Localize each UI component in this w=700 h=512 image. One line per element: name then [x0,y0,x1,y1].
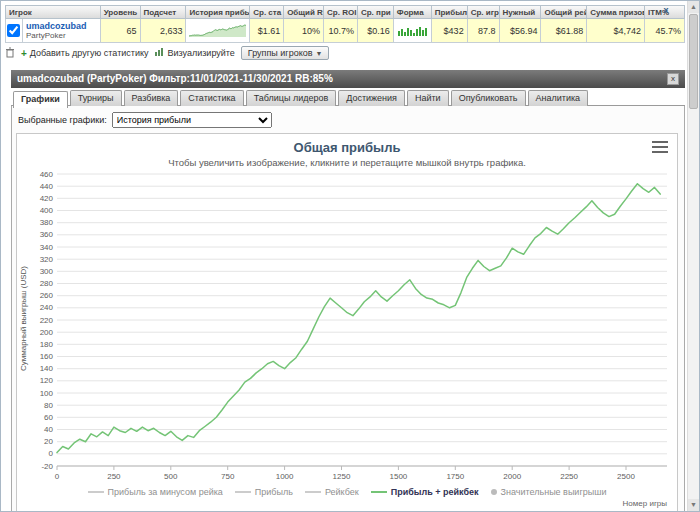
graph-select[interactable]: История прибыли [112,112,272,128]
svg-text:250: 250 [107,472,121,481]
legend-label: Значительные выигрыши [501,487,607,497]
tab-leaderboards[interactable]: Таблицы лидеров [246,90,337,106]
tab-find[interactable]: Найти [407,90,449,106]
panel-title: umadcozubad (PartyPoker) Фильтр:11/01/20… [17,70,333,88]
svg-text:0: 0 [49,449,54,458]
column-header-avg-games[interactable]: Ср. игр [468,5,500,19]
tab-publish[interactable]: Опубликовать [451,90,526,106]
legend-significant-wins[interactable]: Значительные выигрыши [491,487,607,497]
column-header-level[interactable]: Уровень [101,5,141,19]
svg-text:160: 160 [40,352,54,361]
avg-profit-value: $0.16 [358,19,394,43]
stats-header-row: Игрок Уровень Подсчет История прибыли Ср… [5,5,685,19]
profit-chart[interactable]: Общая прибыль Чтобы увеличить изображени… [16,133,678,512]
legend-line-marker [305,491,321,493]
column-header-profit[interactable]: Прибыль [432,5,468,19]
trash-icon[interactable] [5,47,15,60]
panel-close-button[interactable]: x [667,73,679,85]
legend-circle-marker [491,489,497,495]
stats-toolbar: + Добавить другую статистику Визуализиру… [5,44,686,62]
scrollbar-thumb[interactable] [689,14,698,109]
y-axis-title: Суммарный выигрыш (USD) [19,174,28,464]
svg-text:60: 60 [44,413,53,422]
chevron-down-icon: ▼ [315,50,322,57]
legend-rakeback[interactable]: Рейкбек [305,487,359,497]
column-header-profit-history[interactable]: История прибыли [186,5,250,19]
svg-text:2000: 2000 [503,472,521,481]
table-row: umadcozubad PartyPoker 65 2,633 $1.61 10… [5,19,685,43]
svg-text:460: 460 [40,170,54,179]
tab-graphs[interactable]: Графики [13,91,68,108]
svg-text:1250: 1250 [333,472,351,481]
column-header-avg-stake[interactable]: Ср. ста [250,5,284,19]
column-header-count[interactable]: Подсчет [141,5,187,19]
graph-select-row: Выбранные графики: История прибыли [18,112,680,128]
vertical-scrollbar[interactable]: ▲ ▼ [687,1,699,511]
column-header-avg-roi[interactable]: Ср. ROI [324,5,358,19]
player-row-checkbox[interactable] [7,24,20,37]
visualize-button[interactable]: Визуализируйте [154,47,234,59]
svg-text:80: 80 [44,401,53,410]
add-statistic-label: Добавить другую статистику [30,48,149,58]
add-statistic-button[interactable]: + Добавить другую статистику [21,48,148,59]
svg-text:380: 380 [40,218,54,227]
svg-text:440: 440 [40,182,54,191]
tab-breakdown[interactable]: Разбивка [124,90,179,106]
svg-text:100: 100 [40,389,54,398]
svg-text:200: 200 [40,328,54,337]
tab-tournaments[interactable]: Турниры [70,90,122,106]
player-groups-button[interactable]: Группы игроков ▼ [241,46,330,60]
legend-profit-plus-rakeback[interactable]: Прибыль + рейкбек [371,487,479,497]
total-rake-value: $61.88 [541,19,587,43]
prize-sum-value: $4,742 [587,19,645,43]
count-value: 2,633 [141,19,187,43]
scroll-up-icon[interactable]: ▲ [688,1,699,13]
form-bars-chart [398,26,427,36]
plus-icon: + [21,48,27,59]
legend-label: Прибыль + рейкбек [391,487,479,497]
column-header-player[interactable]: Игрок [5,5,101,19]
column-header-total-roi[interactable]: Общий ROI [284,5,324,19]
player-groups-label: Группы игроков [248,48,313,58]
legend-label: Рейкбек [325,487,359,497]
column-header-prize-sum[interactable]: Сумма призов [587,5,645,19]
svg-text:300: 300 [40,267,54,276]
legend-profit[interactable]: Прибыль [235,487,293,497]
svg-text:220: 220 [40,316,54,325]
svg-text:340: 340 [40,243,54,252]
tab-analytics[interactable]: Аналитика [528,90,589,106]
level-value: 65 [101,19,141,43]
svg-text:360: 360 [40,230,54,239]
table-close-button[interactable]: x [660,5,672,17]
svg-text:240: 240 [40,303,54,312]
legend-label: Прибыль за минусом рейка [108,487,223,497]
main-content: Игрок Уровень Подсчет История прибыли Ср… [1,1,688,512]
svg-text:120: 120 [40,376,54,385]
player-cell: umadcozubad PartyPoker [23,19,101,43]
tab-achievements[interactable]: Достижения [338,90,405,106]
svg-text:420: 420 [40,194,54,203]
scroll-down-icon[interactable]: ▼ [688,499,699,511]
player-stats-table: Игрок Уровень Подсчет История прибыли Ср… [5,5,685,43]
legend-profit-minus-rake[interactable]: Прибыль за минусом рейка [88,487,223,497]
column-header-avg-profit[interactable]: Ср. при [358,5,394,19]
column-header-form[interactable]: Форма [394,5,432,19]
svg-text:260: 260 [40,291,54,300]
svg-text:320: 320 [40,255,54,264]
profit-history-sparkline[interactable] [186,19,250,43]
legend-line-marker [88,491,104,493]
column-header-total-rake[interactable]: Общий рейк [541,5,587,19]
chart-menu-icon[interactable] [652,141,668,156]
panel-body: Выбранные графики: История прибыли Общая… [11,106,685,512]
legend-line-marker [235,491,251,493]
svg-text:750: 750 [221,472,235,481]
column-header-needed[interactable]: Нужный [500,5,542,19]
svg-text:1750: 1750 [446,472,464,481]
svg-text:1000: 1000 [276,472,294,481]
svg-text:400: 400 [40,206,54,215]
chart-subtitle: Чтобы увеличить изображение, кликните и … [17,157,677,168]
player-name-link[interactable]: umadcozubad [26,21,87,31]
tab-statistics[interactable]: Статистика [180,90,243,106]
x-axis-title: Номер игры [623,499,667,508]
avg-roi-value: 10.7% [324,19,358,43]
